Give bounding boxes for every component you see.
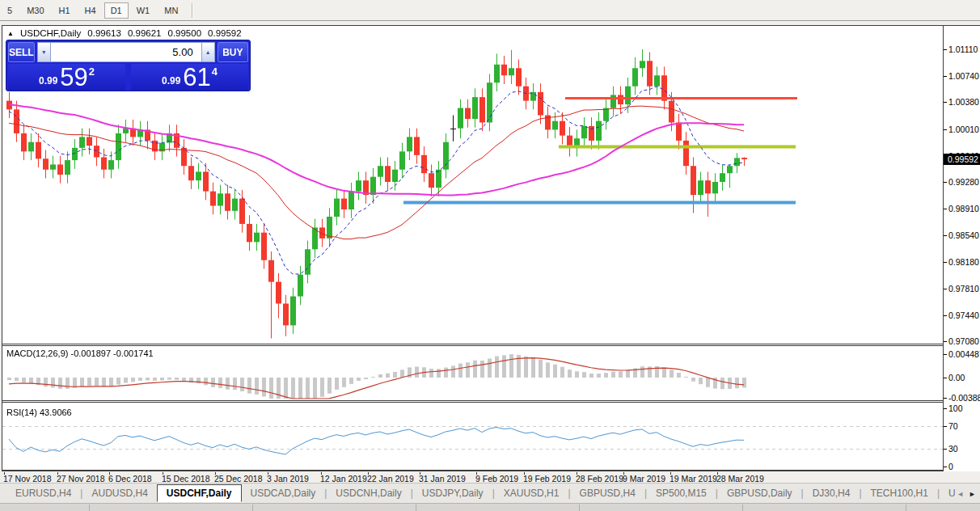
strip-mark <box>742 505 743 511</box>
chart-close-value: 0.99592 <box>208 28 242 38</box>
tab-usdcad-daily[interactable]: USDCAD,Daily <box>242 485 325 501</box>
timeframe-button-w1[interactable]: W1 <box>130 2 157 19</box>
price-axis-label-tick <box>944 102 947 103</box>
price-axis-label-tick <box>944 341 947 342</box>
tab-usdjpy-daily[interactable]: USDJPY,Daily <box>413 485 492 501</box>
price-axis-label-tick <box>944 262 947 263</box>
window-bottom-strip <box>0 503 980 511</box>
tab-sp500-m15[interactable]: SP500,M15 <box>647 485 716 501</box>
macd-axis-label: 0.00 <box>948 373 965 382</box>
price-axis-label: 0.98540 <box>948 230 979 240</box>
macd-axis-label-tick <box>944 354 947 355</box>
buy-price-prefix: 0.99 <box>162 75 180 87</box>
macd-indicator-label: MACD(12,26,9) -0.001897 -0.001741 <box>6 348 154 358</box>
sell-price-prefix: 0.99 <box>39 75 57 87</box>
tab-audusd-h4[interactable]: AUDUSD,H4 <box>82 485 156 501</box>
date-axis[interactable]: 17 Nov 201827 Nov 20186 Dec 201815 Dec 2… <box>2 472 980 483</box>
price-axis-label-tick <box>944 209 947 209</box>
one-click-trading-panel: SELL ▼ ▲ BUY 0.99 59 2 0.99 61 4 <box>6 40 251 91</box>
macd-main-value: -0.001897 <box>70 348 111 358</box>
volume-stepper: ▼ ▲ <box>37 42 215 62</box>
price-axis-label-tick <box>944 315 947 316</box>
price-axis-label: 1.00740 <box>948 71 979 81</box>
tab-eurusd-h4[interactable]: EURUSD,H4 <box>6 485 80 501</box>
rsi-axis-label: 30 <box>948 444 958 454</box>
tab-tech100-h1[interactable]: TECH100,H1 <box>862 485 937 501</box>
chart-window: ▲ USDCHF,Daily 0.99613 0.99621 0.99500 0… <box>2 25 980 471</box>
macd-axis-label-tick <box>944 378 947 378</box>
toolbar-separator <box>192 3 192 18</box>
timeframe-button-h1[interactable]: H1 <box>53 2 77 19</box>
chart-open-value: 0.99613 <box>87 28 121 38</box>
rsi-axis-label: 100 <box>948 403 963 413</box>
chart-tab-bar: EURUSD,H4|AUDUSD,H4USDCHF,DailyUSDCAD,Da… <box>0 483 980 503</box>
sell-button[interactable]: SELL <box>8 42 35 62</box>
timeframe-button-5[interactable]: 5 <box>1 2 19 19</box>
price-axis-label: 0.98910 <box>948 204 979 213</box>
price-axis-label-tick <box>944 129 947 130</box>
strip-mark <box>89 505 90 511</box>
macd-title: MACD(12,26,9) <box>6 348 68 358</box>
tab-gbpusd-h4[interactable]: GBPUSD,H4 <box>571 485 644 501</box>
macd-axis-label-tick <box>944 398 947 399</box>
price-axis-label: 0.97080 <box>948 336 979 346</box>
rsi-axis-label-tick <box>944 426 947 427</box>
chart-high-value: 0.99621 <box>128 28 162 38</box>
timeframe-button-d1[interactable]: D1 <box>104 2 129 19</box>
rsi-title: RSI(14) <box>6 408 37 417</box>
rsi-axis-label-tick <box>944 449 947 450</box>
strip-mark <box>579 505 580 511</box>
strip-mark <box>252 505 253 511</box>
tab-xauusd-h1[interactable]: XAUUSD,H1 <box>495 485 568 501</box>
chart-low-value: 0.99500 <box>167 28 201 38</box>
price-axis-label-tick <box>944 182 947 183</box>
tab-scroll-left-icon[interactable]: ◄ <box>957 490 964 498</box>
tab-dj30-h4[interactable]: DJ30,H4 <box>804 485 860 501</box>
chart-canvas[interactable] <box>2 26 943 471</box>
macd-axis-label: -0.003883 <box>948 393 980 403</box>
price-axis-label-tick <box>944 49 947 50</box>
buy-price-button[interactable]: 0.99 61 4 <box>131 64 248 91</box>
rsi-value: 43.9066 <box>40 408 72 417</box>
timeframe-button-m30[interactable]: M30 <box>20 2 50 19</box>
timeframe-toolbar: 5M30H1H4D1W1MN <box>0 0 980 21</box>
timeframe-button-h4[interactable]: H4 <box>78 2 103 19</box>
rsi-axis-label-tick <box>944 408 947 409</box>
sell-price-button[interactable]: 0.99 59 2 <box>8 64 125 91</box>
price-axis[interactable]: 0.99592 1.011101.007401.003801.000100.99… <box>943 26 980 471</box>
buy-price-pips: 4 <box>212 65 218 78</box>
buy-price-big: 61 <box>183 65 210 89</box>
rsi-axis-label: 70 <box>948 421 958 431</box>
price-axis-label-tick <box>944 289 947 289</box>
rsi-indicator-label: RSI(14) 43.9066 <box>6 408 72 417</box>
buy-button[interactable]: BUY <box>218 42 248 62</box>
strip-mark <box>906 505 906 511</box>
collapse-panel-icon[interactable]: ▲ <box>7 30 14 37</box>
price-axis-label: 0.99280 <box>948 177 979 187</box>
volume-input[interactable] <box>51 42 201 62</box>
price-axis-label: 1.01110 <box>948 44 978 54</box>
macd-signal-value: -0.001741 <box>113 348 154 358</box>
rsi-axis-label-tick <box>944 467 947 467</box>
sell-price-pips: 2 <box>89 65 95 78</box>
price-axis-label: 1.00380 <box>948 97 979 107</box>
timeframe-button-mn[interactable]: MN <box>158 2 184 19</box>
sell-price-big: 59 <box>60 65 87 89</box>
rsi-axis-label: 0 <box>948 462 953 471</box>
price-axis-label: 1.00010 <box>948 125 979 134</box>
chart-title-row: ▲ USDCHF,Daily 0.99613 0.99621 0.99500 0… <box>7 28 242 38</box>
tab-usdchf-daily[interactable]: USDCHF,Daily <box>157 484 242 502</box>
current-price-tag: 0.99592 <box>944 154 980 165</box>
tab-scroll-right-icon[interactable]: ► <box>969 490 976 498</box>
price-axis-label-tick <box>944 235 947 236</box>
tab-gbpusd-daily[interactable]: GBPUSD,Daily <box>718 485 801 501</box>
timeframe-buttons: 5M30H1H4D1W1MN <box>0 2 185 19</box>
volume-decrease-icon[interactable]: ▼ <box>37 42 51 62</box>
macd-axis-label: 0.004487 <box>948 349 980 359</box>
price-axis-label: 0.97810 <box>948 284 979 294</box>
price-axis-label: 0.98180 <box>948 257 979 267</box>
volume-increase-icon[interactable]: ▲ <box>201 42 215 62</box>
tab-usdcnh-daily[interactable]: USDCNH,Daily <box>327 485 410 501</box>
strip-mark <box>416 505 416 511</box>
price-axis-label: 0.97440 <box>948 310 979 320</box>
